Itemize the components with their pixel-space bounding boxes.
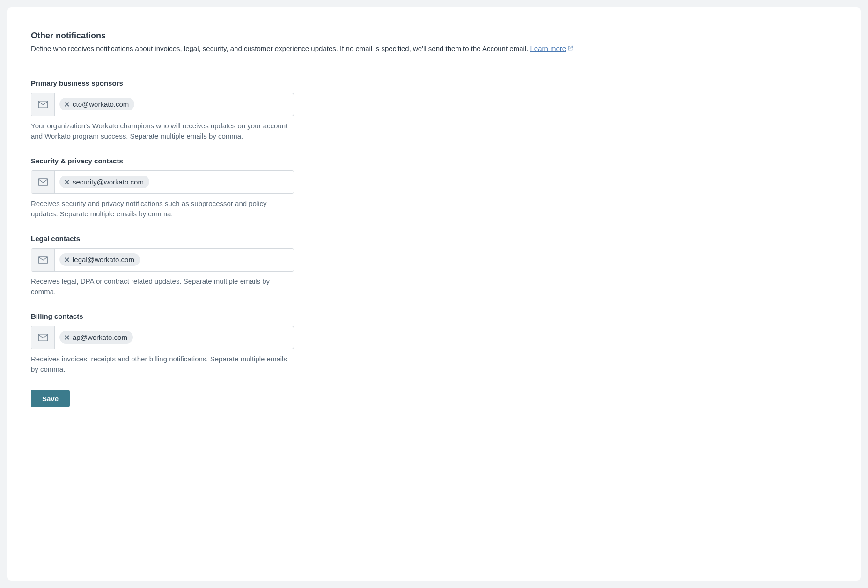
chip-email-text: cto@workato.com: [73, 100, 129, 108]
chip-area[interactable]: legal@workato.com: [55, 249, 294, 271]
chip-area[interactable]: security@workato.com: [55, 171, 294, 193]
chip-remove-button[interactable]: [64, 335, 70, 340]
input-prefix: [31, 171, 55, 193]
email-input-wrapper: cto@workato.com: [31, 93, 294, 116]
svg-rect-1: [38, 178, 48, 185]
email-chip: legal@workato.com: [59, 253, 140, 266]
field-label-billing: Billing contacts: [31, 312, 294, 320]
external-link-icon: [567, 45, 573, 51]
chip-area[interactable]: ap@workato.com: [55, 326, 294, 349]
input-prefix: [31, 326, 55, 349]
email-chip: ap@workato.com: [59, 331, 133, 344]
email-input[interactable]: [137, 100, 289, 108]
chip-remove-button[interactable]: [64, 179, 70, 185]
section-description: Define who receives notifications about …: [31, 44, 837, 64]
close-icon: [65, 180, 69, 184]
field-primary-sponsors: Primary business sponsors cto@workato.co…: [31, 79, 294, 142]
learn-more-text: Learn more: [530, 44, 566, 52]
chip-remove-button[interactable]: [64, 102, 70, 107]
chip-email-text: ap@workato.com: [73, 333, 127, 341]
field-label-security-privacy: Security & privacy contacts: [31, 157, 294, 165]
email-input[interactable]: [152, 178, 289, 186]
svg-rect-0: [38, 101, 48, 107]
email-input-wrapper: legal@workato.com: [31, 248, 294, 272]
chip-email-text: security@workato.com: [73, 178, 144, 186]
email-input[interactable]: [143, 256, 289, 264]
close-icon: [65, 257, 69, 262]
field-help-legal: Receives legal, DPA or contract related …: [31, 276, 294, 297]
mail-icon: [38, 256, 48, 264]
mail-icon: [38, 178, 48, 186]
email-chip: security@workato.com: [59, 176, 149, 188]
email-input-wrapper: security@workato.com: [31, 170, 294, 194]
chip-email-text: legal@workato.com: [73, 256, 134, 264]
save-button[interactable]: Save: [31, 390, 70, 407]
chip-remove-button[interactable]: [64, 257, 70, 263]
field-label-legal: Legal contacts: [31, 235, 294, 243]
email-input-wrapper: ap@workato.com: [31, 326, 294, 349]
learn-more-link[interactable]: Learn more: [530, 44, 573, 52]
svg-rect-2: [38, 256, 48, 263]
field-help-primary-sponsors: Your organization's Workato champions wh…: [31, 121, 294, 142]
settings-card: Other notifications Define who receives …: [7, 7, 861, 581]
section-description-text: Define who receives notifications about …: [31, 44, 530, 52]
input-prefix: [31, 249, 55, 271]
chip-area[interactable]: cto@workato.com: [55, 93, 294, 116]
mail-icon: [38, 334, 48, 341]
mail-icon: [38, 101, 48, 108]
close-icon: [65, 102, 69, 107]
section-title: Other notifications: [31, 31, 837, 41]
field-help-security-privacy: Receives security and privacy notificati…: [31, 198, 294, 220]
field-help-billing: Receives invoices, receipts and other bi…: [31, 354, 294, 375]
email-chip: cto@workato.com: [59, 98, 134, 110]
email-input[interactable]: [136, 333, 289, 341]
close-icon: [65, 335, 69, 340]
field-security-privacy: Security & privacy contacts security@wor…: [31, 157, 294, 220]
field-label-primary-sponsors: Primary business sponsors: [31, 79, 294, 87]
field-legal: Legal contacts legal@workato.com Receive…: [31, 235, 294, 297]
svg-rect-3: [38, 334, 48, 340]
input-prefix: [31, 93, 55, 116]
field-billing: Billing contacts ap@workato.com Receives…: [31, 312, 294, 375]
